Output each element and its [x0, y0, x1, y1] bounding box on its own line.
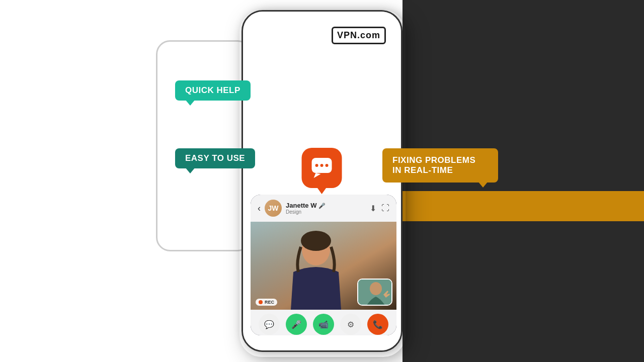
svg-point-6: [301, 231, 331, 251]
easy-to-use-label: EASY TO USE: [175, 148, 255, 168]
inset-person: [358, 280, 392, 306]
video-button[interactable]: 📹: [313, 314, 334, 335]
contact-name: Janette W 🎤: [286, 202, 366, 209]
video-call-card: ‹ JW Janette W 🎤 Design ⬇ ⛶: [251, 195, 396, 335]
rec-label: REC: [265, 300, 274, 305]
contact-avatar: JW: [265, 200, 282, 217]
phone-outline-left: [156, 40, 252, 251]
contact-name-area: Janette W 🎤 Design: [286, 202, 366, 215]
quick-help-label: QUICK HELP: [175, 80, 251, 101]
vpn-logo: VPN.com: [332, 27, 386, 44]
video-main-feed: REC: [251, 222, 396, 310]
video-controls: 💬 🎤 📹 ⚙ 📞: [251, 310, 396, 335]
fullscreen-icon[interactable]: ⛶: [381, 204, 389, 213]
livechat-svg-icon: [310, 156, 334, 180]
orange-band: [403, 191, 644, 221]
fixing-problems-label: FIXING PROBLEMS IN REAL-TIME: [382, 148, 498, 183]
download-icon[interactable]: ⬇: [370, 204, 376, 213]
contact-role: Design: [286, 209, 366, 215]
svg-point-3: [326, 164, 329, 167]
video-header: ‹ JW Janette W 🎤 Design ⬇ ⛶: [251, 195, 396, 222]
mic-icon: 🎤: [318, 203, 326, 209]
livechat-bubble-icon: [302, 148, 342, 188]
mute-button[interactable]: 🎤: [286, 314, 307, 335]
svg-point-2: [320, 164, 324, 167]
svg-point-8: [370, 282, 382, 295]
rec-dot: [259, 300, 263, 304]
scene: VPN.com LiveChat ‹: [0, 0, 644, 362]
phone-screen: VPN.com LiveChat ‹: [243, 12, 401, 350]
svg-point-1: [315, 164, 318, 167]
back-button[interactable]: ‹: [258, 203, 261, 214]
rec-indicator: REC: [256, 299, 277, 306]
video-header-icons: ⬇ ⛶: [370, 204, 389, 213]
end-call-button[interactable]: 📞: [367, 314, 388, 335]
inset-video: [357, 279, 392, 306]
settings-button[interactable]: ⚙: [340, 314, 361, 335]
chat-button[interactable]: 💬: [259, 314, 280, 335]
main-phone: VPN.com LiveChat ‹: [242, 10, 403, 352]
